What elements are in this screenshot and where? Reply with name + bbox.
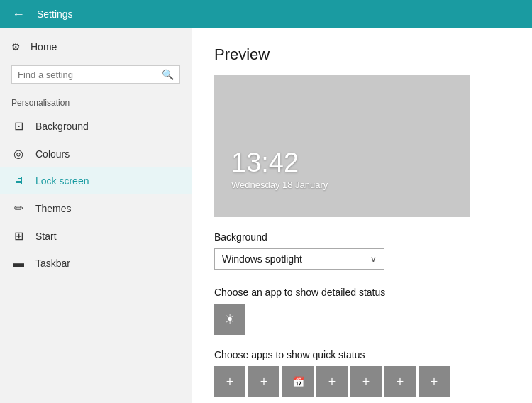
sidebar-item-background-label: Background — [35, 121, 89, 132]
background-label: Background — [214, 231, 509, 243]
right-panel: Preview 13:42 Wednesday 18 January Backg… — [192, 28, 532, 403]
title-bar: ← Settings — [0, 0, 532, 28]
sidebar-item-start-label: Start — [35, 231, 57, 242]
quick-btn-5[interactable]: + — [384, 366, 416, 397]
background-dropdown-value: Windows spotlight — [222, 253, 302, 265]
plus-icon-2: + — [260, 375, 268, 390]
plus-icon-1: + — [226, 375, 234, 390]
main-layout: ⚙ Home 🔍 Personalisation ⊡ Background ◎ … — [0, 28, 532, 403]
plus-icon-6: + — [431, 375, 438, 390]
sidebar-item-lock-screen-label: Lock screen — [35, 175, 89, 187]
quick-status-section: Choose apps to show quick status + + 📅 +… — [214, 349, 509, 397]
chevron-down-icon: ∨ — [370, 254, 377, 264]
sidebar-item-home[interactable]: ⚙ Home — [0, 34, 192, 60]
sidebar-item-themes-label: Themes — [35, 203, 72, 214]
preview-box: 13:42 Wednesday 18 January — [214, 75, 470, 217]
back-icon: ← — [12, 7, 25, 22]
sidebar-item-themes[interactable]: ✏ Themes — [0, 194, 192, 222]
sidebar-item-taskbar-label: Taskbar — [35, 258, 70, 269]
themes-icon: ✏ — [11, 202, 26, 215]
page-title: Preview — [214, 45, 509, 64]
sidebar-item-lock-screen[interactable]: 🖥 Lock screen — [0, 167, 192, 194]
preview-date: Wednesday 18 January — [231, 180, 328, 190]
quick-btn-1[interactable]: + — [214, 366, 245, 397]
colours-icon: ◎ — [11, 147, 26, 160]
sidebar-home-label: Home — [31, 41, 57, 53]
plus-icon-3: + — [328, 375, 336, 390]
preview-time: 13:42 — [231, 148, 299, 178]
plus-icon-4: + — [362, 375, 370, 390]
background-dropdown[interactable]: Windows spotlight ∨ — [214, 248, 384, 270]
back-button[interactable]: ← — [9, 4, 28, 24]
sidebar-item-background[interactable]: ⊡ Background — [0, 112, 192, 140]
sidebar: ⚙ Home 🔍 Personalisation ⊡ Background ◎ … — [0, 28, 192, 403]
quick-status-buttons: + + 📅 + + + + — [214, 366, 509, 397]
sidebar-item-colours-label: Colours — [35, 148, 70, 160]
background-icon: ⊡ — [11, 119, 26, 133]
quick-btn-calendar[interactable]: 📅 — [282, 366, 314, 397]
sidebar-item-taskbar[interactable]: ▬ Taskbar — [0, 250, 192, 277]
sidebar-section-label: Personalisation — [0, 89, 192, 112]
plus-icon-5: + — [397, 375, 404, 390]
quick-btn-6[interactable]: + — [419, 366, 450, 397]
start-icon: ⊞ — [11, 229, 26, 243]
calendar-icon: 📅 — [292, 376, 304, 387]
sun-icon: ☀ — [224, 311, 235, 327]
home-icon: ⚙ — [11, 41, 21, 53]
sidebar-item-colours[interactable]: ◎ Colours — [0, 140, 192, 167]
quick-status-label: Choose apps to show quick status — [214, 349, 509, 360]
sidebar-item-start[interactable]: ⊞ Start — [0, 222, 192, 250]
search-box[interactable]: 🔍 — [11, 65, 180, 84]
search-input[interactable] — [18, 70, 162, 80]
detailed-status-section: Choose an app to show detailed status ☀ — [214, 287, 509, 335]
quick-btn-2[interactable]: + — [248, 366, 279, 397]
detailed-status-label: Choose an app to show detailed status — [214, 287, 509, 298]
quick-btn-4[interactable]: + — [350, 366, 382, 397]
detailed-status-app-button[interactable]: ☀ — [214, 304, 245, 335]
quick-btn-3[interactable]: + — [316, 366, 348, 397]
lock-screen-icon: 🖥 — [11, 175, 26, 187]
window-title: Settings — [37, 9, 73, 20]
taskbar-icon: ▬ — [11, 257, 26, 270]
search-icon: 🔍 — [162, 69, 174, 80]
